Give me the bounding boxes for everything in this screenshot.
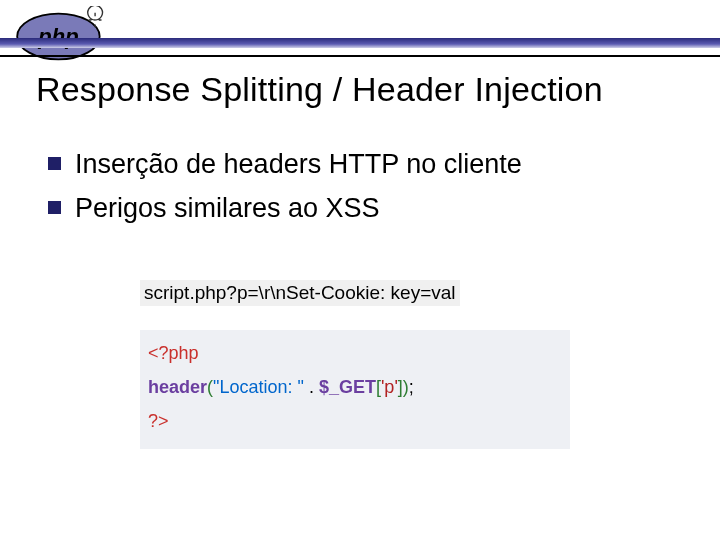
code-line-opentag: <?php bbox=[148, 336, 562, 370]
bullet-text: Perigos similares ao XSS bbox=[75, 192, 380, 226]
example-url: script.php?p=\r\nSet-Cookie: key=val bbox=[140, 280, 460, 306]
bullet-list: Inserção de headers HTTP no cliente Peri… bbox=[48, 148, 690, 236]
tok-semi: ; bbox=[409, 377, 414, 397]
tok-get: $_GET bbox=[319, 377, 376, 397]
tok-function: header bbox=[148, 377, 207, 397]
slide-title: Response Splitting / Header Injection bbox=[36, 70, 700, 109]
php-close-tag: ?> bbox=[148, 411, 169, 431]
php-code-block: <?php header("Location: " . $_GET['p']);… bbox=[140, 330, 570, 449]
php-logo: php bbox=[8, 6, 118, 66]
code-line-closetag: ?> bbox=[148, 404, 562, 438]
square-bullet-icon bbox=[48, 157, 61, 170]
tok-string: "Location: " bbox=[213, 377, 304, 397]
php-open-tag: <?php bbox=[148, 343, 199, 363]
slide: php Response Splitting / Header Injectio… bbox=[0, 0, 720, 540]
tok-key: 'p' bbox=[381, 377, 398, 397]
bullet-text: Inserção de headers HTTP no cliente bbox=[75, 148, 522, 182]
bullet-item: Perigos similares ao XSS bbox=[48, 192, 690, 226]
header-rule bbox=[0, 55, 720, 57]
header-gradient-band bbox=[0, 38, 720, 48]
tok-concat: . bbox=[304, 377, 319, 397]
bullet-item: Inserção de headers HTTP no cliente bbox=[48, 148, 690, 182]
code-line-header: header("Location: " . $_GET['p']); bbox=[148, 370, 562, 404]
code-area: script.php?p=\r\nSet-Cookie: key=val <?p… bbox=[140, 280, 570, 449]
square-bullet-icon bbox=[48, 201, 61, 214]
